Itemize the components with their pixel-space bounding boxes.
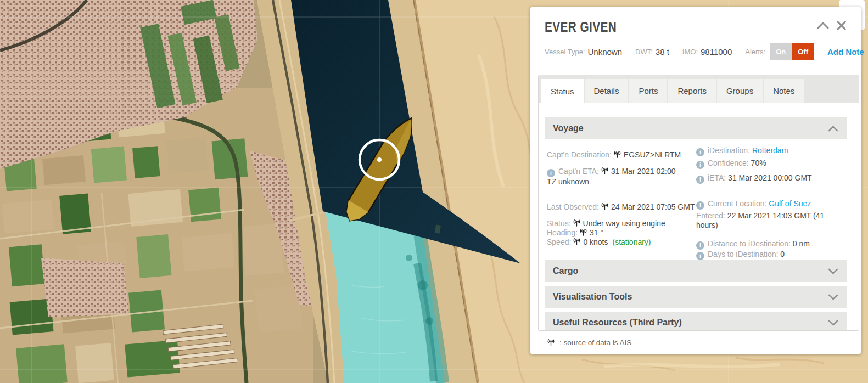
distance-label: Distance to iDestination: [708, 239, 791, 248]
days-value: 0 [780, 250, 785, 258]
idestination-label: iDestination: [708, 146, 750, 155]
heading-label: Heading: [547, 228, 578, 237]
vessel-info-panel: EVER GIVEN Vessel Type: Unknown DWT: 38 … [530, 7, 861, 354]
ais-source-text: : source of data is AIS [559, 339, 631, 347]
idestination-link[interactable]: Rotterdam [752, 146, 788, 155]
ais-antenna-icon [579, 229, 587, 236]
dwt-value: 38 t [656, 47, 669, 57]
chevron-down-icon [828, 268, 838, 274]
info-icon[interactable] [696, 148, 704, 156]
panel-header: EVER GIVEN Vessel Type: Unknown DWT: 38 … [530, 7, 861, 60]
tab-notes[interactable]: Notes [764, 79, 804, 103]
ais-antenna-icon [573, 238, 581, 245]
captn-eta-label: Capt'n ETA: [558, 167, 599, 176]
field-heading: Heading:31 ° [547, 228, 696, 238]
heading-value: 31 ° [590, 228, 603, 237]
vessel-imo: IMO: 9811000 [682, 47, 732, 57]
visualisation-tools-section-title: Visualisation Tools [553, 292, 632, 302]
vessel-tracker-app: EVER GIVEN Vessel Type: Unknown DWT: 38 … [0, 0, 868, 383]
ais-source-note: : source of data is AIS [545, 339, 631, 347]
vessel-dwt: DWT: 38 t [635, 47, 669, 57]
tab-details[interactable]: Details [585, 79, 629, 103]
vessel-meta-row: Vessel Type: Unknown DWT: 38 t IMO: 9811… [545, 43, 847, 60]
field-confidence: Confidence: 70% [696, 159, 844, 169]
field-last-observed: Last Observed:24 Mar 2021 07:05 GMT [547, 202, 696, 212]
field-ieta: iETA: 31 Mar 2021 00:00 GMT [696, 173, 844, 184]
vessel-type: Vessel Type: Unknown [545, 47, 622, 57]
alerts-label: Alerts: [745, 48, 765, 56]
tab-reports[interactable]: Reports [668, 79, 716, 103]
ieta-label: iETA: [708, 173, 726, 182]
ais-antenna-icon [601, 167, 609, 174]
distance-value: 0 nm [793, 239, 810, 248]
chevron-down-icon [828, 320, 838, 326]
chevron-down-icon [828, 294, 838, 300]
vessel-type-label: Vessel Type: [545, 48, 585, 56]
useful-resources-section-title: Useful Resources (Third Party) [553, 318, 682, 328]
field-distance: Distance to iDestination: 0 nm [696, 239, 844, 250]
field-nav-status: Status:Under way using engine [547, 219, 696, 228]
voyage-section-title: Voyage [553, 123, 584, 133]
ieta-value: 31 Mar 2021 00:00 GMT [728, 173, 812, 182]
confidence-label: Confidence: [708, 159, 749, 167]
close-panel-icon[interactable] [836, 20, 847, 31]
tab-status[interactable]: Status [541, 79, 584, 106]
field-idestination: iDestination: Rotterdam [696, 146, 844, 156]
info-icon[interactable] [696, 252, 704, 260]
ais-antenna-icon [613, 151, 621, 158]
status-label: Status: [547, 219, 571, 228]
confidence-value: 70% [751, 159, 766, 167]
collapse-panel-icon[interactable] [817, 22, 829, 29]
captn-destination-label: Capt'n Destination: [547, 150, 612, 159]
tab-groups[interactable]: Groups [717, 79, 763, 103]
field-captn-destination: Capt'n Destination:EGSUZ>NLRTM [547, 150, 696, 160]
days-label: Days to iDestination: [708, 250, 778, 258]
info-icon[interactable] [696, 201, 704, 210]
ais-antenna-icon [547, 339, 555, 346]
alerts-toggle-group: Alerts: On Off [745, 43, 814, 60]
current-location-link[interactable]: Gulf of Suez [769, 199, 811, 208]
ais-antenna-icon [601, 203, 609, 210]
voyage-section-header[interactable]: Voyage [545, 117, 847, 139]
last-observed-label: Last Observed: [547, 202, 599, 211]
field-entered: Entered: 22 Mar 2021 14:03 GMT (41 hours… [696, 211, 844, 230]
field-captn-eta: Capt'n ETA:31 Mar 2021 02:00 [547, 167, 696, 177]
voyage-fields: Capt'n Destination:EGSUZ>NLRTM Capt'n ET… [545, 139, 847, 260]
tab-bar: Status Details Ports Reports Groups Note… [539, 75, 859, 103]
info-icon[interactable] [696, 176, 704, 184]
field-days: Days to iDestination: 0 [696, 250, 844, 260]
field-current-location: Current Location: Gulf of Suez [696, 199, 844, 210]
ais-antenna-icon [573, 219, 581, 227]
useful-resources-section-header[interactable]: Useful Resources (Third Party) [545, 312, 847, 331]
vessel-details-card: Status Details Ports Reports Groups Note… [538, 75, 859, 331]
dwt-label: DWT: [635, 48, 653, 56]
speed-label: Speed: [547, 238, 571, 246]
field-captn-eta-tz: TZ unknown [547, 177, 696, 187]
captn-eta-tz: TZ unknown [547, 177, 589, 186]
info-icon[interactable] [696, 241, 704, 250]
add-note-link[interactable]: Add Note [827, 47, 864, 57]
imo-label: IMO: [682, 48, 698, 56]
captn-destination-value: EGSUZ>NLRTM [624, 150, 681, 159]
cargo-section-title: Cargo [553, 266, 578, 276]
captn-eta-value: 31 Mar 2021 02:00 [611, 167, 676, 176]
stationary-badge: (stationary) [613, 238, 651, 246]
alerts-on-button[interactable]: On [770, 43, 792, 60]
tab-ports[interactable]: Ports [629, 79, 667, 103]
vessel-type-value: Unknown [587, 47, 622, 57]
entered-label: Entered: [696, 211, 725, 220]
last-observed-value: 24 Mar 2021 07:05 GMT [611, 202, 695, 211]
speed-value: 0 knots [583, 238, 608, 246]
alerts-off-button[interactable]: Off [792, 43, 814, 60]
visualisation-tools-section-header[interactable]: Visualisation Tools [545, 286, 847, 308]
info-icon[interactable] [547, 169, 555, 177]
info-icon[interactable] [696, 161, 704, 169]
current-location-label: Current Location: [708, 199, 766, 208]
cargo-section-header[interactable]: Cargo [545, 260, 847, 282]
status-value: Under way using engine [583, 219, 665, 228]
vessel-name-title: EVER GIVEN [545, 19, 786, 35]
field-speed: Speed:0 knots(stationary) [547, 238, 696, 247]
chevron-up-icon [828, 126, 838, 132]
status-tab-content: Voyage Capt'n Destination:EGSUZ>NLRTM Ca… [539, 103, 859, 331]
imo-value: 9811000 [701, 47, 732, 57]
